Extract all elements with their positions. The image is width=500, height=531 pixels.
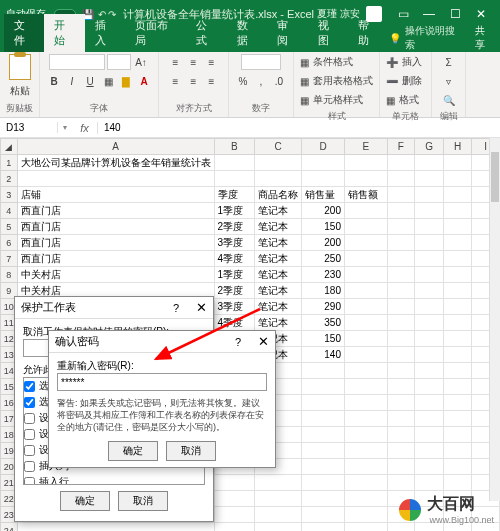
tab-home[interactable]: 开始 [44,14,84,52]
cell[interactable] [415,187,444,203]
cell[interactable] [415,299,444,315]
cell[interactable] [443,363,471,379]
cell[interactable]: 销售量 [302,187,345,203]
tab-formulas[interactable]: 公式 [186,14,226,52]
protect-option-checkbox[interactable] [24,477,35,486]
cell[interactable]: 商品名称 [254,187,302,203]
cell[interactable] [415,219,444,235]
cell[interactable] [302,363,345,379]
cell[interactable] [302,459,345,475]
bold-icon[interactable]: B [46,73,62,89]
cell-styles-button[interactable]: ▦单元格样式 [300,92,363,108]
cell[interactable] [443,155,471,171]
cell[interactable] [443,443,471,459]
cell[interactable] [443,331,471,347]
cell[interactable] [344,251,387,267]
cell[interactable] [387,187,415,203]
delete-cells-button[interactable]: ➖删除 [386,73,422,89]
cell[interactable] [443,251,471,267]
cell[interactable] [254,523,302,532]
cell[interactable] [302,475,345,491]
cell[interactable] [443,475,471,491]
formula-bar[interactable]: 140 [98,122,500,133]
cell[interactable]: 笔记本 [254,267,302,283]
cell[interactable] [415,171,444,187]
cell[interactable] [415,155,444,171]
cell[interactable]: 笔记本 [254,219,302,235]
cell[interactable] [443,267,471,283]
cell[interactable] [415,363,444,379]
cell[interactable] [415,443,444,459]
cell[interactable] [387,155,415,171]
cell[interactable]: 笔记本 [254,251,302,267]
cell[interactable] [344,379,387,395]
cell[interactable] [302,395,345,411]
cell[interactable] [443,203,471,219]
row-header[interactable]: 3 [1,187,18,203]
cell[interactable] [387,411,415,427]
cell[interactable] [387,171,415,187]
cell[interactable] [344,363,387,379]
cell[interactable] [344,395,387,411]
cell[interactable] [387,427,415,443]
vertical-scrollbar[interactable] [489,138,500,501]
col-header[interactable]: F [387,139,415,155]
tab-layout[interactable]: 页面布局 [125,14,186,52]
format-cells-button[interactable]: ▦格式 [386,92,419,108]
cell[interactable] [302,491,345,507]
cell[interactable] [344,475,387,491]
cell[interactable] [344,299,387,315]
cell[interactable] [344,235,387,251]
cell[interactable] [415,203,444,219]
cell[interactable] [443,411,471,427]
cell[interactable]: 3季度 [214,299,254,315]
cell[interactable] [302,443,345,459]
tell-me-search[interactable]: 💡 操作说明搜索 [389,24,466,52]
cell[interactable] [415,331,444,347]
cell[interactable] [344,411,387,427]
cell[interactable] [214,491,254,507]
align-right-icon[interactable]: ≡ [204,73,220,89]
col-header[interactable]: D [302,139,345,155]
cell[interactable] [387,315,415,331]
cell[interactable]: 笔记本 [254,235,302,251]
align-center-icon[interactable]: ≡ [186,73,202,89]
confirm-cancel-button[interactable]: 取消 [166,441,216,461]
cell[interactable] [344,507,387,523]
col-header[interactable]: C [254,139,302,155]
cell[interactable] [387,331,415,347]
cell[interactable] [443,347,471,363]
confirm-password-input[interactable] [57,373,267,391]
cell[interactable]: 2季度 [214,283,254,299]
cell[interactable] [415,427,444,443]
protect-ok-button[interactable]: 确定 [60,491,110,511]
paste-icon[interactable] [9,54,31,80]
number-format-box[interactable] [241,54,281,70]
cell[interactable] [387,443,415,459]
cell[interactable] [415,283,444,299]
protect-option-checkbox[interactable] [24,461,35,472]
cell[interactable]: 250 [302,251,345,267]
increase-font-icon[interactable]: A↑ [133,54,149,70]
row-header[interactable]: 7 [1,251,18,267]
cell[interactable]: 西直门店 [17,219,214,235]
cell[interactable] [415,251,444,267]
align-bot-icon[interactable]: ≡ [204,54,220,70]
autosum-icon[interactable]: Σ [441,54,457,70]
cell[interactable] [344,267,387,283]
cell[interactable]: 200 [302,203,345,219]
confirm-ok-button[interactable]: 确定 [108,441,158,461]
cell[interactable] [443,315,471,331]
cell[interactable] [302,379,345,395]
cell[interactable]: 140 [302,347,345,363]
cell[interactable] [302,507,345,523]
cell[interactable] [415,315,444,331]
sort-filter-icon[interactable]: ▿ [441,73,457,89]
insert-cells-button[interactable]: ➕插入 [386,54,422,70]
cell[interactable] [344,347,387,363]
protect-option-checkbox[interactable] [24,413,35,424]
font-color-icon[interactable]: A [136,73,152,89]
cell[interactable] [387,363,415,379]
col-header[interactable]: E [344,139,387,155]
cell[interactable]: 290 [302,299,345,315]
